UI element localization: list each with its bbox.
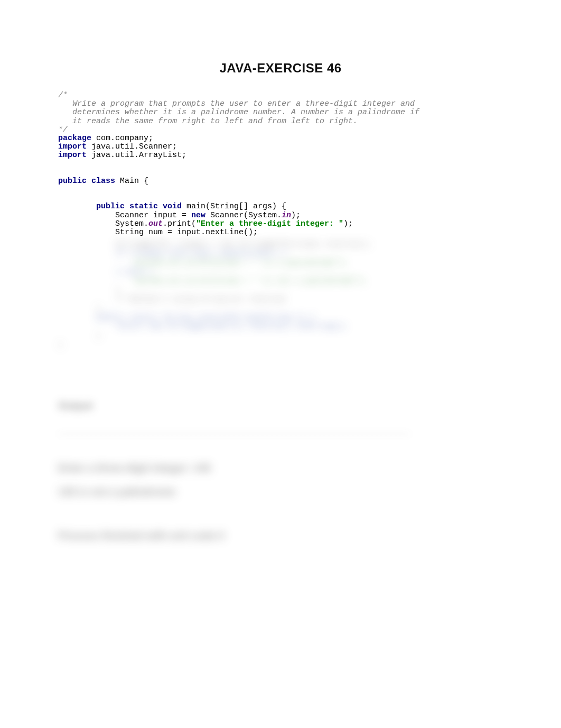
blurred-line: } xyxy=(58,285,120,294)
code-text: String num = input.nextLine(); xyxy=(58,228,258,237)
keyword-import: import xyxy=(58,142,87,151)
blurred-line: if (revNum.toString().equals(num)) { xyxy=(58,249,286,258)
keyword-new: new xyxy=(191,211,205,220)
blurred-line: System.out.println(num + " is a palindro… xyxy=(58,259,348,268)
keyword-static: static xyxy=(129,202,158,211)
blurred-line: // Method 2 using ArrayList reversal xyxy=(58,295,286,304)
comment-line: */ xyxy=(58,125,68,134)
page-title: JAVA-EXERCISE 46 xyxy=(0,0,561,91)
blurred-line: } xyxy=(58,304,101,313)
blurred-code-region: StringBuffer revNum = new StringBuffer(n… xyxy=(0,240,561,349)
comment-line: it reads the same from right to left and… xyxy=(58,117,358,126)
output-section: Output ---------------------------------… xyxy=(0,400,561,542)
code-text: com.company; xyxy=(91,134,153,143)
code-text: ); xyxy=(343,219,353,228)
blurred-line: } else { xyxy=(58,268,153,277)
code-text: java.util.ArrayList; xyxy=(87,151,186,160)
keyword-public: public xyxy=(96,202,125,211)
field-out: out xyxy=(148,219,163,228)
code-text: Scanner(System. xyxy=(205,211,282,220)
output-divider: ----------------------------------------… xyxy=(58,430,529,439)
keyword-class: class xyxy=(91,177,115,186)
code-text: java.util.Scanner; xyxy=(87,142,177,151)
blurred-line: return new StringBuilder(s).reverse().to… xyxy=(58,322,348,331)
blurred-line: System.out.println(num + " is not a pali… xyxy=(58,277,367,285)
comment-line: Write a program that prompts the user to… xyxy=(58,99,415,108)
keyword-public: public xyxy=(58,177,87,186)
output-line: Process finished with exit code 0 xyxy=(58,530,529,542)
keyword-void: void xyxy=(163,202,182,211)
code-text: .print( xyxy=(163,219,196,228)
blurred-line: } xyxy=(58,331,101,340)
blurred-line: public static String reverseString(Strin… xyxy=(58,313,315,322)
code-text: main(String[] args) { xyxy=(182,202,286,211)
code-text: ); xyxy=(291,211,301,220)
keyword-package: package xyxy=(58,134,91,143)
string-literal: "Enter a three-digit integer: " xyxy=(196,219,343,228)
code-text: System. xyxy=(58,219,148,228)
keyword-import: import xyxy=(58,151,87,160)
document-page: JAVA-EXERCISE 46 /* Write a program that… xyxy=(0,0,561,728)
blurred-line: StringBuffer revNum = new StringBuffer(n… xyxy=(58,240,372,249)
blurred-line: } xyxy=(58,340,63,349)
code-block: /* Write a program that prompts the user… xyxy=(0,91,561,237)
output-line: 145 is not a palindrome xyxy=(58,486,529,498)
field-in: in xyxy=(282,211,291,220)
code-text: Scanner input = xyxy=(58,211,191,220)
output-line: Enter a three-digit integer: 145 xyxy=(58,462,529,474)
comment-line: determines whether it is a palindrome nu… xyxy=(58,108,419,117)
comment-line: /* xyxy=(58,91,68,100)
output-heading: Output xyxy=(58,400,529,412)
code-text: Main { xyxy=(115,177,148,186)
